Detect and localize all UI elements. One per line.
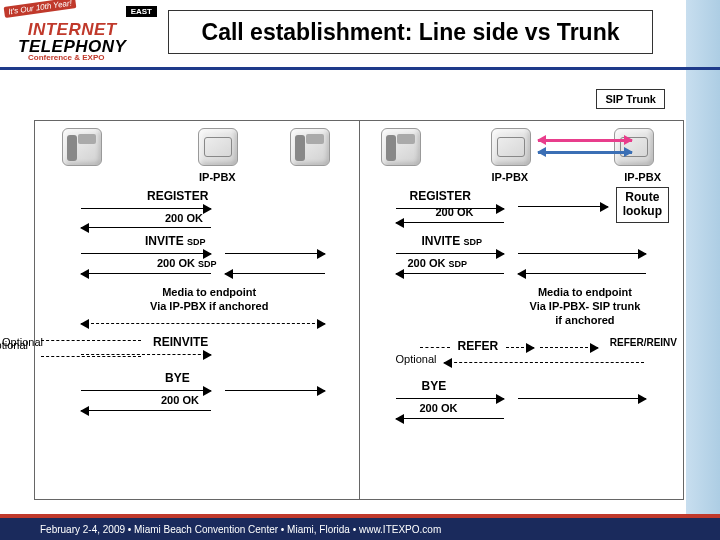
header: It's Our 10th Year! EAST INTERNET TELEPH… <box>0 0 720 70</box>
diagram-area: IP-PBX REGISTER 200 OK INVITE SDP 200 OK… <box>34 120 684 500</box>
msg-register: REGISTER <box>147 189 208 203</box>
media-line2: Via IP-PBX if anchored <box>150 300 268 314</box>
media-line2: Via IP-PBX- SIP trunk <box>530 300 641 314</box>
logo-brand: INTERNET TELEPHONY <box>18 20 126 57</box>
footer: February 2-4, 2009 • Miami Beach Convent… <box>0 518 720 540</box>
trunk-arrow-pink <box>538 139 632 142</box>
arrow-opt <box>444 357 644 369</box>
arrow-200ok-2b <box>518 268 646 280</box>
pbx-label-b: IP-PBX <box>624 171 661 183</box>
route-lookup-box: Route lookup <box>616 187 669 223</box>
sip-trunk-label: SIP Trunk <box>596 89 665 109</box>
logo-east-badge: EAST <box>126 6 157 17</box>
msg-refer-reinv: REFER/REINV <box>610 337 677 348</box>
arrow-opt-top <box>41 335 141 347</box>
pbx-label: IP-PBX <box>199 171 236 183</box>
pbx-icon <box>195 127 241 167</box>
msg-bye: BYE <box>165 371 190 385</box>
arrow-route <box>518 201 608 213</box>
logo-banner: It's Our 10th Year! <box>4 0 77 18</box>
panel-line-side: IP-PBX REGISTER 200 OK INVITE SDP 200 OK… <box>35 121 360 499</box>
msg-register: REGISTER <box>410 189 471 203</box>
arrow-200ok-3 <box>81 405 211 417</box>
route-lookup-text: Route lookup <box>623 191 662 219</box>
arrow-refer-reinv <box>540 342 598 354</box>
arrow-200ok-3 <box>396 413 504 425</box>
arrow-200ok-2a <box>396 268 504 280</box>
media-line3: if anchored <box>530 314 641 328</box>
phone-icon <box>378 127 424 167</box>
optional-label-outer: Optional <box>2 336 43 348</box>
arrow-200ok-1 <box>396 217 504 229</box>
arrow-bye-b <box>225 385 325 397</box>
phone-icon <box>287 127 333 167</box>
msg-invite: INVITE SDP <box>145 234 206 248</box>
pbx-label-a: IP-PBX <box>492 171 529 183</box>
footer-text: February 2-4, 2009 • Miami Beach Convent… <box>40 524 441 535</box>
arrow-200ok-2a <box>81 268 211 280</box>
panel-trunk: SIP Trunk IP-PBX IP-PBX REGISTER 200 OK … <box>360 121 684 499</box>
arrow-invite-b <box>518 248 646 260</box>
arrow-media <box>81 318 325 330</box>
msg-reinvite: REINVITE <box>153 335 208 349</box>
media-label: Media to endpoint Via IP-PBX if anchored <box>150 286 268 314</box>
arrow-200ok-1 <box>81 222 211 234</box>
slide-title: Call establishment: Line side vs Trunk <box>168 10 653 54</box>
msg-bye: BYE <box>422 379 447 393</box>
arrow-reinvite <box>81 349 211 361</box>
media-line1: Media to endpoint <box>150 286 268 300</box>
pbx-icon <box>488 127 534 167</box>
msg-refer: REFER <box>458 339 499 353</box>
right-decor-strip <box>686 0 720 540</box>
arrow-200ok-2b <box>225 268 325 280</box>
arrow-bye-b <box>518 393 646 405</box>
logo-sub: Conference & EXPO <box>28 53 104 62</box>
trunk-arrow-blue <box>538 151 632 154</box>
event-logo: It's Our 10th Year! EAST INTERNET TELEPH… <box>8 4 163 64</box>
media-line1: Media to endpoint <box>530 286 641 300</box>
optional-label: Optional <box>396 353 437 365</box>
msg-invite: INVITE SDP <box>422 234 483 248</box>
arrow-refer-r <box>506 342 534 354</box>
arrow-invite-b <box>225 248 325 260</box>
pbx-icon <box>611 127 657 167</box>
phone-icon <box>59 127 105 167</box>
media-label: Media to endpoint Via IP-PBX- SIP trunk … <box>530 286 641 327</box>
